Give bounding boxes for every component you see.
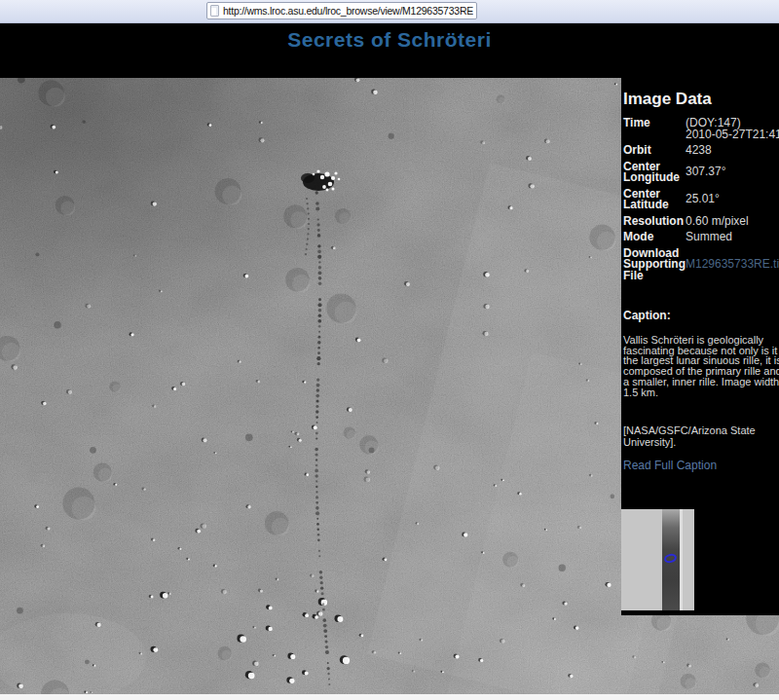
credit-text: [NASA/GSFC/Arizona StateUniversity]. — [623, 424, 779, 448]
image-data-panel: Image Data Time(DOY:147)2010-05-27T21:41… — [621, 78, 779, 615]
panel-heading: Image Data — [623, 90, 779, 108]
field-label: Center Latitude — [623, 189, 686, 211]
field-label: Orbit — [623, 145, 686, 157]
caption-text: Vallis Schröteri is geologicallyfascinat… — [623, 335, 779, 397]
field-value: 4238 — [686, 145, 779, 157]
page-icon — [210, 5, 219, 17]
credit-line: [NASA/GSFC/Arizona State — [623, 424, 779, 436]
metadata-fields: Time(DOY:147)2010-05-27T21:41Orbit4238Ce… — [623, 118, 779, 281]
caption-heading: Caption: — [623, 309, 779, 322]
field-value: Summed — [686, 232, 779, 243]
page-content: Secrets of Schröteri — [0, 23, 779, 694]
caption-line: a smaller, inner rille. Image width is — [623, 377, 779, 387]
credit-line: University]. — [623, 436, 779, 448]
metadata-row: Center Longitude307.37° — [623, 162, 779, 184]
browser-window: http://wms.lroc.asu.edu/lroc_browse/view… — [0, 0, 779, 700]
metadata-row: Resolution0.60 m/pixel — [623, 216, 779, 228]
address-bar[interactable]: http://wms.lroc.asu.edu/lroc_browse/view… — [206, 2, 477, 19]
field-label: Time — [623, 118, 686, 129]
metadata-row: ModeSummed — [623, 232, 779, 243]
metadata-row: Time(DOY:147)2010-05-27T21:41 — [623, 118, 779, 140]
field-label: Center Longitude — [623, 162, 686, 184]
field-value: 0.60 m/pixel — [686, 216, 779, 228]
field-label: Resolution — [623, 216, 686, 228]
browser-chrome: http://wms.lroc.asu.edu/lroc_browse/view… — [0, 0, 779, 23]
field-value: 307.37° — [686, 166, 779, 178]
field-label: Download Supporting File — [623, 248, 686, 282]
read-full-caption-link[interactable]: Read Full Caption — [623, 459, 779, 472]
page-title: Secrets of Schröteri — [0, 28, 779, 52]
field-value: M129635733RE.tif — [686, 259, 779, 271]
url-text[interactable]: http://wms.lroc.asu.edu/lroc_browse/view… — [223, 5, 473, 17]
field-label: Mode — [623, 232, 686, 243]
field-value: 25.01° — [686, 194, 779, 205]
context-map-thumbnail[interactable] — [621, 509, 694, 610]
window-bottom-edge — [0, 694, 779, 700]
caption-line: 1.5 km. — [623, 387, 779, 398]
thumbnail-divider — [680, 509, 683, 610]
metadata-row: Download Supporting FileM129635733RE.tif — [623, 248, 779, 282]
metadata-row: Orbit4238 — [623, 145, 779, 157]
metadata-row: Center Latitude25.01° — [623, 189, 779, 211]
field-value: (DOY:147)2010-05-27T21:41 — [686, 118, 779, 140]
download-file-link[interactable]: M129635733RE.tif — [686, 257, 779, 271]
